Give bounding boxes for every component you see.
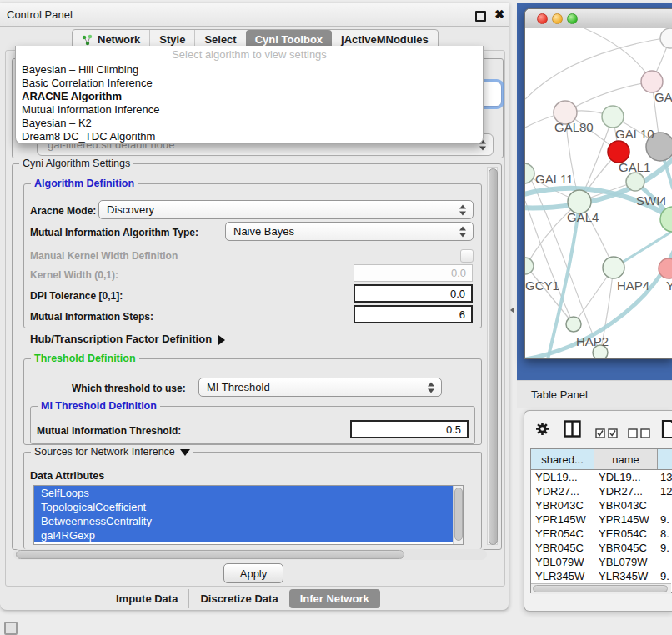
cell-value[interactable]: 12 [658,485,672,498]
panel-collapse-arrow-icon[interactable] [510,307,514,313]
table-row[interactable]: YLR345W YLR345W 9. [531,569,672,583]
cell-value[interactable]: 13 [658,471,672,483]
cell-shared-name[interactable]: YPR145W [531,513,594,526]
tab-infer-network[interactable]: Infer Network [289,589,380,608]
cell-name[interactable]: YBL079W [594,556,658,568]
table-row[interactable]: YBL079W YBL079W [531,555,672,569]
node-label: GAL [654,90,672,104]
column-header-name[interactable]: name [594,449,658,469]
attribute-item-selected[interactable]: TopologicalCoefficient [34,500,454,514]
grip-icon[interactable] [4,622,18,635]
network-node[interactable] [525,258,534,274]
apply-button[interactable]: Apply [223,563,283,583]
table-settings-gear-icon[interactable] [535,422,549,439]
column-layout-icon[interactable] [564,420,581,441]
float-window-icon[interactable] [475,11,486,22]
cell-shared-name[interactable]: YBL079W [531,556,594,568]
expander-down-arrow-icon [180,449,190,456]
aracne-mode-combo[interactable]: Discovery [98,200,474,219]
select-all-checkboxes-icon[interactable] [595,427,618,442]
hub-factor-expander-label: Hub/Transcription Factor Definition [30,332,212,345]
node-label: Y [666,278,672,292]
cell-value[interactable]: 9. [658,513,672,526]
cell-name[interactable]: YLR345W [594,570,658,582]
attribute-item-selected[interactable]: BetweennessCentrality [34,514,454,528]
cell-name[interactable]: YDL19... [594,471,658,483]
node-attribute-table: shared... name YDL19... YDL19... 13 YDR2… [530,448,672,593]
zoom-traffic-light[interactable] [567,13,578,24]
table-row[interactable]: YDR27... YDR27... 12 [531,484,672,498]
mi-type-combo[interactable]: Naive Bayes [225,222,474,241]
mi-threshold-field[interactable]: 0.5 [350,420,469,438]
control-panel-title: Control Panel [7,8,73,21]
tab-discretize-data[interactable]: Discretize Data [188,589,288,608]
cell-shared-name[interactable]: YDR27... [531,485,594,498]
node-label: SWI4 [636,193,667,208]
attribute-item-selected[interactable]: gal4RGexp [34,528,454,542]
settings-horizontal-scrollbar[interactable] [13,549,487,560]
cell-shared-name[interactable]: YBR043C [531,499,594,512]
close-traffic-light[interactable] [537,13,548,24]
table-horizontal-scrollbar[interactable] [531,583,671,594]
network-canvas[interactable]: GAL GAL80 GAL10 GAL1 GAL11 SWI4 GAL4 GCY… [525,28,672,358]
cell-name[interactable]: YBR043C [594,499,658,512]
cell-shared-name[interactable]: YDL19... [531,471,594,483]
dropdown-item-selected[interactable]: ARACNE Algorithm [16,90,483,103]
screen: Control Panel ✖ Network Style Select [0,0,672,635]
new-file-icon[interactable] [661,419,672,442]
cell-name[interactable]: YER054C [594,528,658,540]
table-header-row: shared... name [531,449,672,470]
tab-network-label: Network [98,33,140,46]
cell-name[interactable]: YBR045C [594,542,658,554]
dropdown-item[interactable]: Mutual Information Inference [16,103,483,117]
scrollbar-thumb[interactable] [533,585,668,592]
dropdown-item[interactable]: Bayesian – Hill Climbing [16,63,483,77]
column-header-shared-name[interactable]: shared... [531,449,594,469]
table-row[interactable]: YDL19... YDL19... 13 [531,470,672,484]
network-node[interactable] [566,317,581,332]
tab-impute-data[interactable]: Impute Data [105,589,188,608]
scrollbar-thumb[interactable] [489,168,498,545]
which-threshold-combo[interactable]: MI Threshold [198,378,442,397]
network-node[interactable] [626,172,644,191]
close-icon[interactable]: ✖ [494,8,504,21]
table-row[interactable]: YER054C YER054C 8. [531,527,672,541]
dropdown-item[interactable]: Dream8 DC_TDC Algorithm [16,130,483,143]
network-node[interactable] [525,163,534,183]
attribute-list-scrollbar[interactable] [453,486,463,544]
deselect-all-checkboxes-icon[interactable] [628,427,650,442]
table-panel-titlebar: Table Panel [517,380,672,408]
dpi-tolerance-label: DPI Tolerance [0,1]: [30,290,123,302]
combo-stepper-icon [459,204,467,215]
hub-factor-expander[interactable]: Hub/Transcription Factor Definition [30,332,225,345]
scrollbar-thumb[interactable] [454,488,463,541]
table-row[interactable]: YBR043C YBR043C [531,498,672,512]
column-header-clipped[interactable] [658,449,672,469]
settings-vertical-scrollbar[interactable] [487,167,498,545]
threshold-definition-title: Threshold Definition [31,352,139,364]
cell-value[interactable]: 8. [658,528,672,540]
minimize-traffic-light[interactable] [552,13,563,24]
scrollbar-thumb[interactable] [16,550,404,559]
cell-name[interactable]: YDR27... [594,485,658,498]
dropdown-item[interactable]: Basic Correlation Inference [16,77,483,90]
mi-steps-field[interactable]: 6 [354,305,473,323]
network-window-titlebar[interactable] [525,9,672,28]
network-node[interactable] [660,28,672,48]
cell-shared-name[interactable]: YER054C [531,528,594,540]
cell-name[interactable]: YPR145W [594,513,658,526]
attribute-item-selected[interactable]: SelfLoops [34,486,454,500]
cell-shared-name[interactable]: YBR045C [531,542,594,554]
dpi-tolerance-field[interactable]: 0.0 [354,284,473,302]
table-row[interactable]: YPR145W YPR145W 9. [531,512,672,527]
cell-shared-name[interactable]: YLR345W [531,570,594,582]
node-label: HAP2 [576,334,609,348]
cell-value[interactable]: 9. [658,570,672,582]
network-node[interactable] [603,257,624,278]
sources-group-title[interactable]: Sources for Network Inference [31,446,193,458]
table-row[interactable]: YBR045C YBR045C 9. [531,541,672,555]
which-threshold-value: MI Threshold [207,381,270,393]
dropdown-item[interactable]: Bayesian – K2 [16,117,483,130]
cell-value[interactable]: 9. [658,542,672,554]
network-node[interactable] [602,106,624,128]
